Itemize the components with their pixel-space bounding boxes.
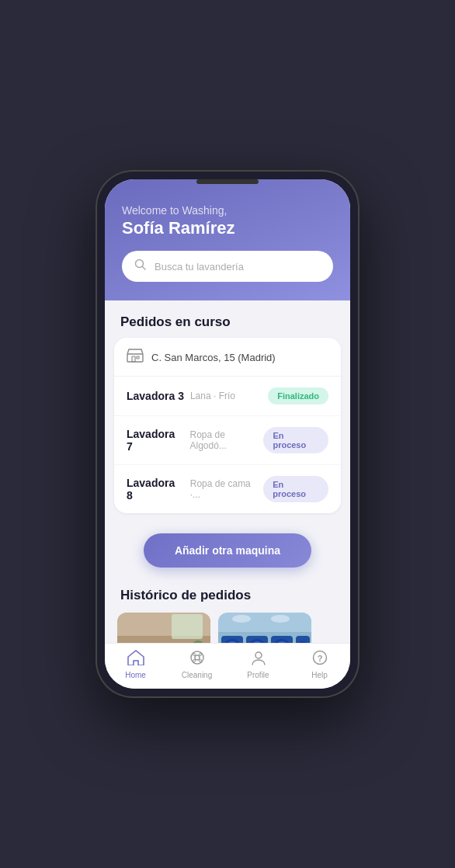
badge-proceso-1: En proceso bbox=[263, 427, 328, 453]
svg-point-44 bbox=[255, 652, 262, 658]
order-left-3: Lavadora 8 Ropa de cama ·... bbox=[127, 477, 263, 502]
svg-point-42 bbox=[199, 660, 201, 662]
svg-point-41 bbox=[199, 654, 201, 656]
search-bar[interactable]: Busca tu lavandería bbox=[122, 251, 333, 282]
order-left-2: Lavadora 7 Ropa de Algodó... bbox=[127, 428, 263, 453]
badge-finalizado-1: Finalizado bbox=[268, 387, 328, 404]
cleaning-icon bbox=[189, 650, 206, 668]
svg-point-43 bbox=[193, 660, 195, 662]
historico-title: Histórico de pedidos bbox=[105, 582, 350, 613]
order-machine-3: Lavadora 8 bbox=[127, 477, 184, 502]
bottom-nav: Home Cleaning bbox=[105, 643, 350, 689]
svg-line-1 bbox=[143, 267, 146, 270]
order-left: Lavadora 3 Lana · Frío bbox=[127, 390, 235, 402]
main-content: Pedidos en curso C. San Marcos, 15 (Madr… bbox=[105, 300, 350, 643]
historico-image-1[interactable] bbox=[117, 613, 210, 643]
nav-item-help[interactable]: ? Help bbox=[289, 650, 350, 679]
order-row-3[interactable]: Lavadora 8 Ropa de cama ·... En proceso bbox=[114, 465, 341, 513]
profile-icon bbox=[251, 650, 266, 668]
welcome-text: Welcome to Washing, bbox=[122, 204, 333, 217]
notch bbox=[196, 179, 259, 184]
svg-point-39 bbox=[195, 655, 200, 660]
order-row[interactable]: Lavadora 3 Lana · Frío Finalizado bbox=[114, 377, 341, 416]
historico-section: Histórico de pedidos bbox=[105, 582, 350, 643]
svg-rect-3 bbox=[132, 356, 135, 362]
home-icon bbox=[127, 650, 144, 668]
svg-point-37 bbox=[271, 615, 290, 623]
search-icon bbox=[134, 259, 147, 274]
order-machine-1: Lavadora 3 bbox=[127, 390, 184, 402]
nav-label-home: Home bbox=[125, 671, 146, 679]
svg-point-40 bbox=[193, 654, 195, 656]
add-button-container: Añadir otra maquina bbox=[105, 523, 350, 582]
phone-screen: Welcome to Washing, Sofía Ramírez Busca … bbox=[105, 179, 350, 689]
order-detail-2: Ropa de Algodó... bbox=[190, 429, 264, 451]
order-machine-2: Lavadora 7 bbox=[127, 428, 184, 453]
nav-item-profile[interactable]: Profile bbox=[228, 650, 289, 679]
orders-section-title: Pedidos en curso bbox=[105, 300, 350, 338]
historico-image-2[interactable] bbox=[218, 613, 311, 643]
nav-label-cleaning: Cleaning bbox=[182, 671, 212, 679]
location-text: C. San Marcos, 15 (Madrid) bbox=[151, 352, 276, 363]
svg-rect-16 bbox=[172, 614, 203, 639]
store-icon bbox=[127, 349, 144, 366]
search-placeholder-text: Busca tu lavandería bbox=[155, 261, 244, 273]
nav-label-help: Help bbox=[311, 671, 328, 679]
add-machine-button[interactable]: Añadir otra maquina bbox=[144, 533, 311, 568]
nav-label-profile: Profile bbox=[247, 671, 269, 679]
phone-frame: Welcome to Washing, Sofía Ramírez Busca … bbox=[96, 170, 359, 698]
badge-proceso-2: En proceso bbox=[263, 476, 328, 502]
order-detail-3: Ropa de cama ·... bbox=[190, 478, 263, 500]
order-row-2[interactable]: Lavadora 7 Ropa de Algodó... En proceso bbox=[114, 416, 341, 465]
help-icon: ? bbox=[312, 650, 328, 668]
nav-item-home[interactable]: Home bbox=[105, 650, 166, 679]
svg-point-36 bbox=[232, 615, 251, 623]
svg-rect-4 bbox=[137, 356, 139, 359]
orders-card: C. San Marcos, 15 (Madrid) Lavadora 3 La… bbox=[114, 338, 341, 513]
historico-images bbox=[105, 613, 350, 643]
user-name: Sofía Ramírez bbox=[122, 218, 333, 238]
nav-item-cleaning[interactable]: Cleaning bbox=[166, 650, 228, 679]
header: Welcome to Washing, Sofía Ramírez Busca … bbox=[105, 179, 350, 300]
order-detail-1: Lana · Frío bbox=[190, 391, 235, 401]
svg-text:?: ? bbox=[317, 654, 322, 663]
svg-point-38 bbox=[191, 651, 203, 664]
location-row: C. San Marcos, 15 (Madrid) bbox=[114, 338, 341, 377]
